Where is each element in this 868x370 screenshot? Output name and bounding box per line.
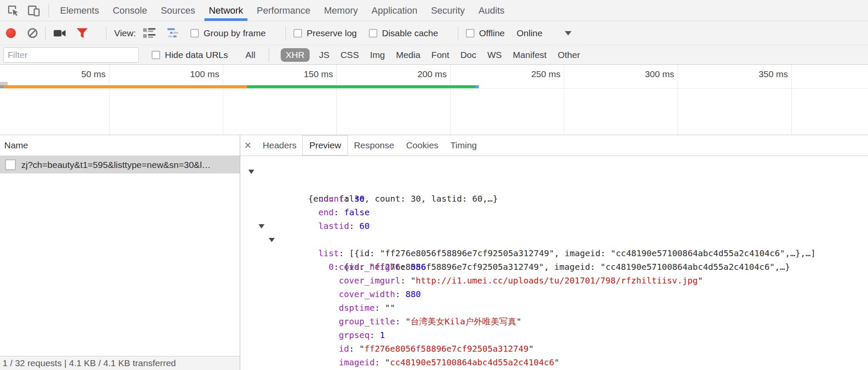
hide-data-urls-checkbox[interactable] [152, 51, 160, 59]
json-property-line: cover_width: 880 [240, 274, 868, 287]
large-rows-icon [143, 27, 156, 39]
json-property-line: end: false [240, 192, 868, 205]
json-item-line[interactable]: 0: {id: "ff276e8056f58896e7cf92505a31274… [240, 233, 868, 246]
tab-application[interactable]: Application [371, 0, 417, 21]
ruler-gridline [791, 65, 792, 135]
json-property-line: group_title: "台湾美女Kila户外唯美写真" [240, 301, 868, 315]
devtools-tabbar: Elements Console Sources Network Perform… [0, 0, 868, 21]
toolbar-separator [45, 26, 46, 40]
preserve-log-label: Preserve log [307, 28, 357, 38]
ruler-gridline [678, 65, 678, 135]
ruler-tick-label: 300 ms [610, 69, 674, 79]
filter-type-img[interactable]: Img [370, 50, 385, 60]
name-column-header[interactable]: Name [0, 135, 240, 156]
filter-input[interactable] [3, 47, 139, 63]
filter-type-all[interactable]: All [245, 50, 255, 60]
tab-security[interactable]: Security [431, 0, 465, 21]
clear-network-log-button[interactable] [28, 28, 37, 38]
ruler-tick-label: 100 ms [155, 69, 219, 79]
tab-audits[interactable]: Audits [478, 0, 504, 21]
detail-tab-cookies[interactable]: Cookies [406, 135, 438, 156]
network-throttling-dropdown[interactable]: Online [517, 28, 572, 38]
toggle-device-toolbar-button[interactable] [26, 3, 41, 18]
tab-console[interactable]: Console [113, 0, 147, 21]
use-large-request-rows-button[interactable] [143, 27, 156, 39]
disclosure-triangle-icon[interactable] [269, 238, 275, 242]
overview-bar-segment-orange [4, 85, 247, 88]
ruler-tick-label: 350 ms [724, 69, 788, 79]
filter-type-media[interactable]: Media [396, 50, 420, 60]
record-network-log-button[interactable] [6, 28, 16, 38]
filter-type-doc[interactable]: Doc [460, 50, 476, 60]
json-list-line[interactable]: list: [{id: "ff276e8056f58896e7cf92505a3… [240, 219, 868, 233]
tab-performance[interactable]: Performance [257, 0, 310, 21]
ruler-tick-label: 250 ms [497, 69, 560, 79]
toolbar-separator [49, 4, 49, 17]
detail-tab-preview[interactable]: Preview [302, 135, 348, 156]
json-property-line: count: 30 [240, 178, 868, 192]
toolbar-separator [285, 26, 286, 40]
ruler-gridline [564, 65, 564, 135]
filter-type-other[interactable]: Other [558, 50, 580, 60]
json-property-line: cover_height: 586 [240, 246, 868, 260]
capture-screenshots-button[interactable] [53, 28, 66, 38]
filter-type-ws[interactable]: WS [487, 50, 502, 60]
network-toolbar: View: Group by frame [0, 21, 868, 45]
ruler-tick-label: 200 ms [383, 69, 447, 79]
camera-icon [53, 28, 66, 38]
disable-cache-checkbox[interactable] [369, 29, 377, 38]
json-property-line: cover_imgurl: "http://i1.umei.cc/uploads… [240, 260, 868, 274]
detail-tab-headers[interactable]: Headers [263, 135, 296, 156]
filter-type-js[interactable]: JS [319, 50, 330, 60]
disclosure-triangle-icon[interactable] [259, 224, 264, 228]
tab-network[interactable]: Network [209, 0, 243, 21]
hide-data-urls-label: Hide data URLs [165, 50, 228, 60]
filter-type-xhr[interactable]: XHR [281, 48, 310, 62]
resource-type-icon [5, 159, 16, 170]
detail-tab-strip: × Headers Preview Response Cookies Timin… [240, 135, 868, 156]
show-overview-button[interactable] [167, 27, 180, 39]
ruler-gridline [450, 65, 451, 135]
request-row[interactable]: zj?ch=beauty&t1=595&listtype=new&sn=30&l… [0, 156, 240, 173]
ruler-gridline [223, 65, 223, 135]
group-by-frame-label: Group by frame [204, 28, 266, 38]
ruler-tick-label: 50 ms [42, 69, 106, 79]
filter-type-css[interactable]: CSS [340, 50, 359, 60]
preserve-log-checkbox[interactable] [293, 29, 302, 38]
close-icon[interactable]: × [244, 140, 251, 151]
requests-summary-text: 1 / 32 requests | 4.1 KB / 4.1 KB transf… [3, 358, 176, 368]
requests-summary-bar: 1 / 32 requests | 4.1 KB / 4.1 KB transf… [0, 356, 240, 370]
tab-elements[interactable]: Elements [60, 0, 99, 21]
overview-bar-segment-green [247, 85, 475, 88]
toolbar-separator [269, 48, 269, 62]
network-overview[interactable]: 50 ms 100 ms 150 ms 200 ms 250 ms 300 ms… [0, 65, 868, 135]
json-root-line[interactable]: {end: false, count: 30, lastid: 60,…} [240, 165, 868, 178]
funnel-icon [76, 28, 88, 39]
tab-memory[interactable]: Memory [324, 0, 358, 21]
chevron-down-icon [565, 31, 572, 35]
inspect-cursor-icon [6, 4, 20, 17]
disable-cache-label: Disable cache [382, 28, 438, 38]
detail-tab-response[interactable]: Response [354, 135, 394, 156]
filter-button[interactable] [76, 28, 88, 39]
disclosure-triangle-icon[interactable] [248, 170, 254, 174]
ruler-tick-label: 150 ms [269, 69, 333, 79]
offline-checkbox[interactable] [466, 29, 474, 38]
json-property-line: grpseq: 1 [240, 315, 868, 328]
inspect-element-button[interactable] [6, 3, 20, 18]
filter-type-manifest[interactable]: Manifest [513, 50, 546, 60]
overview-bar-segment-gray [0, 85, 4, 88]
detail-tab-timing[interactable]: Timing [450, 135, 477, 156]
group-by-frame-checkbox[interactable] [190, 29, 199, 38]
json-property-line: imageid: "cc48190e57100864abc4d55a2c4104… [240, 342, 868, 356]
device-toolbar-icon [27, 4, 40, 17]
toolbar-separator [106, 26, 106, 40]
json-preview-pane: {end: false, count: 30, lastid: 60,…} co… [240, 156, 868, 370]
request-detail-panel: × Headers Preview Response Cookies Timin… [240, 135, 868, 370]
network-filter-bar: Hide data URLs All XHR JS CSS Img Media … [0, 45, 868, 65]
filter-type-font[interactable]: Font [431, 50, 449, 60]
request-list-panel: Name zj?ch=beauty&t1=595&listtype=new&sn… [0, 135, 240, 370]
tab-sources[interactable]: Sources [161, 0, 195, 21]
request-name: zj?ch=beauty&t1=595&listtype=new&sn=30&l… [21, 160, 211, 170]
json-property-line: dsptime: "" [240, 287, 868, 301]
